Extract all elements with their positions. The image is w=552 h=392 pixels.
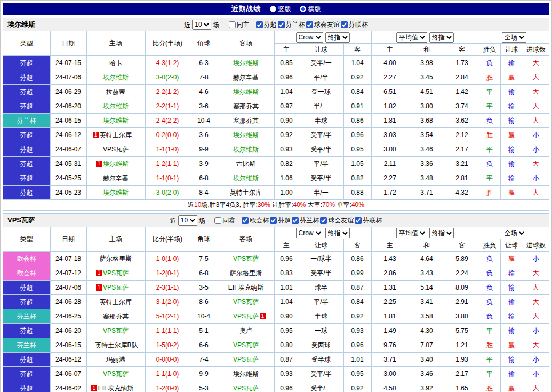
home-team-name[interactable]: VPS瓦萨 [103, 269, 129, 277]
layout-horizontal-option[interactable]: 横版 [300, 5, 321, 14]
average-final-select[interactable]: 终指 [429, 32, 454, 43]
score-cell: 1-1(1-0) [145, 142, 190, 157]
layout-vertical-radio[interactable] [270, 6, 276, 12]
away-team-name[interactable]: 塞那乔其 [233, 102, 259, 110]
home-team-name[interactable]: 赫尔辛基 [103, 174, 129, 182]
away-team-name[interactable]: EIF埃克纳斯 [228, 284, 264, 291]
league-filter-checkbox[interactable]: 芬超 [270, 216, 291, 225]
result-handicap-cell: 输 [500, 281, 523, 295]
home-team-name[interactable]: 埃尔维斯 [103, 117, 129, 124]
away-team-name[interactable]: VPS瓦萨 [233, 385, 259, 392]
average-select[interactable]: 平均值 [396, 228, 427, 238]
league-filter-checkbox[interactable]: 芬联杯 [355, 216, 382, 225]
away-team-name[interactable]: VPS瓦萨 [233, 313, 259, 320]
away-team-name[interactable]: 埃尔维斯 [233, 370, 259, 378]
match-count-select[interactable]: 10 [192, 20, 211, 30]
league-filter-checkbox[interactable]: 球会友谊 [320, 216, 354, 225]
handicap-line-cell: 一球 [299, 324, 343, 338]
home-team-name[interactable]: VPS瓦萨 [103, 284, 129, 291]
away-team-name[interactable]: 英特土尔库 [230, 189, 262, 196]
league-filter-checkbox[interactable]: 欧会杯 [242, 216, 269, 225]
home-team-name[interactable]: 埃尔维斯 [103, 102, 129, 110]
away-team-name[interactable]: 塞那乔其 [233, 117, 259, 124]
away-team-name[interactable]: VPS瓦萨 [233, 341, 259, 349]
home-team-name[interactable]: 英特土尔库 [100, 298, 132, 306]
away-team-name[interactable]: VPS瓦萨 [233, 298, 259, 306]
league-filter-checkbox[interactable]: 球会友谊 [306, 20, 340, 29]
league-filter-checkbox[interactable]: 芬联杯 [341, 20, 368, 29]
away-team-name[interactable]: 埃尔维斯 [233, 174, 259, 182]
handicap-line-cell: 受两球 [299, 338, 343, 353]
home-team-name[interactable]: 埃尔维斯 [103, 160, 129, 167]
league-checkbox-input[interactable] [242, 217, 249, 224]
handicap-line-cell: 受半/一 [299, 381, 343, 392]
home-team-name[interactable]: 塞那乔其 [103, 313, 129, 320]
away-team-name[interactable]: 奥卢 [239, 327, 252, 334]
bookmaker-select[interactable]: Crow [296, 228, 323, 238]
home-team-name[interactable]: 哈卡 [109, 59, 122, 67]
league-checkbox-input[interactable] [355, 217, 362, 224]
league-filter-checkbox[interactable]: 芬兰杯 [278, 20, 305, 29]
home-team-name[interactable]: VPS瓦萨 [103, 327, 129, 334]
league-checkbox-input[interactable] [306, 21, 313, 28]
home-team-name[interactable]: 萨尔格里斯 [100, 255, 132, 262]
league-checkbox-input[interactable] [341, 21, 348, 28]
layout-horizontal-radio[interactable] [300, 6, 306, 12]
away-team-name[interactable]: VPS瓦萨 [233, 356, 259, 363]
league-checkbox-input[interactable] [278, 21, 285, 28]
section-header: VPS瓦萨 近10场 同赛欧会杯芬超芬兰杯球会友谊芬联杯 [3, 214, 549, 227]
handicap-home-odds-cell: 1.04 [274, 295, 299, 309]
away-team-name[interactable]: VPS瓦萨 [233, 255, 259, 262]
handicap-odds-group: Crow终指 [274, 227, 371, 239]
result-handicap-cell: 赢 [500, 381, 523, 392]
home-team-name[interactable]: VPS瓦萨 [103, 146, 129, 153]
match-row: 芬超 24-06-20 埃尔维斯 2-2(1-1) 3-6 塞那乔其 0.97 … [3, 99, 549, 114]
handicap-final-select[interactable]: 终指 [325, 32, 350, 43]
scope-select[interactable]: 全场 [502, 228, 526, 238]
layout-vertical-option[interactable]: 竖版 [270, 5, 291, 14]
team-name: 埃尔维斯 [3, 20, 35, 29]
league-type-cell: 芬兰杯 [3, 338, 50, 353]
result-wdl-cell: 负 [479, 266, 500, 281]
team-section-ilves: 埃尔维斯 近10场 同主芬超芬兰杯球会友谊芬联杯 类型 日期 主场 比分(半场)… [3, 18, 549, 211]
away-team-name[interactable]: 萨尔格里斯 [230, 269, 262, 277]
home-team-name[interactable]: VPS瓦萨 [103, 370, 129, 378]
home-team-cell: 1VPS瓦萨 [86, 266, 145, 281]
league-filter-checkbox[interactable]: 芬超 [256, 20, 277, 29]
corner-score-cell: 6-8 [190, 171, 218, 186]
average-select[interactable]: 平均值 [396, 32, 427, 43]
league-filter-checkbox[interactable]: 芬兰杯 [292, 216, 319, 225]
average-final-select[interactable]: 终指 [429, 228, 454, 238]
match-count-select[interactable]: 10 [178, 215, 197, 226]
home-team-name[interactable]: 英特土尔库 [100, 131, 132, 139]
home-team-name[interactable]: 拉赫蒂 [106, 88, 125, 95]
scope-select[interactable]: 全场 [502, 32, 526, 43]
handicap-final-select[interactable]: 终指 [325, 228, 350, 238]
same-league-filter[interactable]: 同赛 [214, 216, 235, 225]
same-league-checkbox[interactable] [214, 217, 221, 224]
home-team-name[interactable]: 埃尔维斯 [103, 74, 129, 81]
league-checkbox-label: 芬联杯 [363, 216, 382, 225]
league-checkbox-input[interactable] [320, 217, 327, 224]
same-home-filter[interactable]: 同主 [229, 20, 250, 29]
away-team-name[interactable]: 埃尔维斯 [233, 88, 259, 95]
league-checkbox-input[interactable] [256, 21, 263, 28]
away-team-name[interactable]: 埃尔维斯 [233, 146, 259, 153]
away-team-name[interactable]: 埃尔维斯 [233, 59, 259, 67]
home-team-name[interactable]: 英特土尔库B队 [95, 341, 138, 349]
home-team-name[interactable]: EIF埃克纳斯 [98, 385, 134, 392]
league-checkbox-input[interactable] [270, 217, 277, 224]
league-checkbox-input[interactable] [292, 217, 299, 224]
home-team-name[interactable]: 玛丽港 [106, 356, 125, 363]
match-date-cell: 24-06-07 [50, 367, 86, 381]
same-home-checkbox[interactable] [229, 21, 236, 28]
league-checkbox-label: 球会友谊 [328, 216, 354, 225]
away-team-name[interactable]: 古比斯 [236, 160, 255, 167]
away-team-name[interactable]: 埃尔维斯 [233, 131, 259, 139]
match-date-cell: 24-07-06 [50, 70, 86, 85]
bookmaker-select[interactable]: Crow [296, 32, 323, 43]
col-header-result-goals: 进球数 [523, 239, 549, 252]
away-team-name[interactable]: 赫尔辛基 [233, 74, 259, 81]
home-team-name[interactable]: 埃尔维斯 [103, 189, 129, 196]
result-goals-cell: 大 [523, 381, 549, 392]
